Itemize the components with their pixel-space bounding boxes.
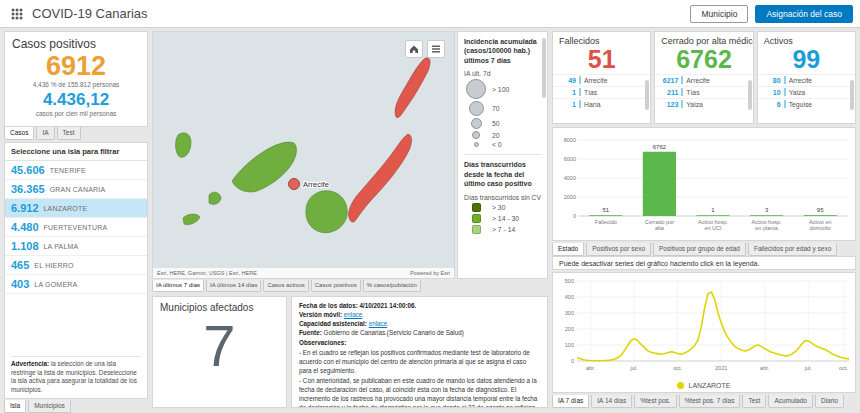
mobile-line: Versión móvil: enlace.	[299, 310, 540, 319]
island-row-gran-canaria[interactable]: 36.365GRAN CANARIA	[5, 180, 147, 199]
svg-text:95: 95	[817, 207, 824, 213]
svg-text:6762: 6762	[653, 144, 667, 150]
stat-row[interactable]: 6217Arrecife	[655, 74, 752, 86]
stat-row[interactable]: 1Haría	[553, 98, 650, 110]
stat-row[interactable]: 49Arrecife	[553, 74, 650, 86]
legend-class-item: > 30	[464, 203, 542, 212]
series-note: Puede desactivar series del gráfico haci…	[553, 257, 855, 270]
tab-positivos-por-grupo-de-edad[interactable]: Positivos por grupo de edad	[653, 243, 746, 256]
estado-chart-panel: 0200040006000800051Fallecido6762Cerrado …	[552, 127, 856, 241]
stat-row-value: 1	[558, 101, 576, 108]
assign-case-button[interactable]: Asignación del caso	[755, 5, 853, 23]
island-warning: Advertencia: la selección de una isla re…	[11, 356, 141, 395]
island-name: LA PALMA	[44, 243, 79, 250]
island-row-fuerteventura[interactable]: 4.480FUERTEVENTURA	[5, 218, 147, 237]
map-controls	[405, 40, 445, 58]
legend-icon	[430, 43, 442, 55]
tab-test-pos[interactable]: %test pos.	[634, 395, 676, 408]
tab-test[interactable]: Test	[742, 395, 766, 408]
tab-ia-ltimos-14-d-as[interactable]: IA últimos 14 días	[206, 280, 261, 292]
capacity-link[interactable]: enlace	[369, 320, 388, 327]
stat-row[interactable]: 1Tías	[553, 86, 650, 98]
tab-fallecidos-por-edad-y-sexo[interactable]: Fallecidos por edad y sexo	[748, 243, 837, 256]
legend-scrollbar[interactable]	[542, 38, 546, 98]
legend-size-circle	[469, 101, 484, 116]
legend-size-item: > 100	[464, 79, 542, 99]
legend-size-label: 20	[492, 132, 500, 139]
map-panel[interactable]: Arrecife Esri, HERE, Garmin, USGS | Esri…	[152, 31, 455, 279]
stat-row[interactable]: 211Tías	[655, 86, 752, 98]
svg-text:0: 0	[573, 213, 576, 219]
svg-text:400: 400	[565, 294, 574, 300]
stat-row-value: 1	[558, 89, 576, 96]
stat-panel-activos: Activos9980Arrecife10Yaiza6Teguise	[757, 31, 856, 124]
legend-size-circle	[471, 118, 482, 129]
mobile-link[interactable]: enlace	[344, 311, 363, 318]
municipio-button[interactable]: Municipio	[690, 5, 748, 23]
stat-title: Activos	[758, 32, 855, 46]
island-row-la-gomera[interactable]: 403LA GOMERA	[5, 275, 147, 294]
legend-class-swatch	[472, 214, 481, 223]
stat-scrollbar[interactable]	[850, 80, 854, 110]
positive-cases-panel: Casos positivos 6912 4,436 % de 155.812 …	[4, 31, 148, 127]
stat-row-value: 10	[763, 89, 781, 96]
svg-text:abr.: abr.	[760, 365, 770, 371]
app-title: COVID-19 Canarias	[32, 6, 148, 21]
tab-estado[interactable]: Estado	[552, 243, 584, 256]
stat-row[interactable]: 10Yaiza	[758, 86, 855, 98]
stat-scrollbar[interactable]	[645, 80, 649, 110]
stat-row-name: Arrecife	[584, 77, 607, 84]
stat-row[interactable]: 123Yaiza	[655, 98, 752, 110]
ia7-line-chart: abr.jul.oct.2021abr.jul.oct.010020030040…	[553, 273, 855, 375]
default-extent-button[interactable]	[405, 40, 423, 58]
stat-row[interactable]: 80Arrecife	[758, 74, 855, 86]
island-name: EL HIERRO	[34, 262, 73, 269]
positive-cases-rate-caption: casos por cien mil personas	[5, 110, 147, 117]
island-count: 465	[11, 259, 29, 271]
legend-button[interactable]	[427, 40, 445, 58]
svg-text:500: 500	[565, 278, 574, 284]
stat-panels: Fallecidos5149Arrecife1Tías1HaríaCerrado…	[552, 31, 856, 124]
legend-class-label: > 7 - 14	[492, 226, 515, 233]
tab-positivos-por-sexo[interactable]: Positivos por sexo	[586, 243, 651, 256]
stat-row-name: Yaiza	[789, 89, 806, 96]
legend-size-item: < 0	[464, 141, 542, 148]
arrecife-ia-bubble[interactable]	[289, 179, 300, 190]
line-chart-legend[interactable]: LANZAROTE	[553, 382, 855, 389]
stat-row-divider	[784, 76, 786, 84]
mobile-label: Versión móvil:	[299, 311, 342, 318]
island-row-lanzarote[interactable]: 6.912LANZAROTE	[5, 199, 147, 218]
tab-casos-activos[interactable]: Casos activos	[263, 280, 308, 292]
tab-test[interactable]: Test	[57, 127, 81, 140]
island-gran-canaria[interactable]	[306, 191, 347, 233]
tab-ia[interactable]: IA	[36, 127, 54, 140]
tab-ia-ltimos-7-d-as[interactable]: IA últimos 7 días	[152, 280, 204, 292]
tab-acumulado[interactable]: Acumulado	[768, 395, 813, 408]
tab-casos[interactable]: Casos	[4, 127, 34, 140]
island-row-el-hierro[interactable]: 465EL HIERRO	[5, 256, 147, 275]
stat-row[interactable]: 6Teguise	[758, 98, 855, 110]
island-name: LANZAROTE	[44, 205, 88, 212]
island-tab-strip: IslaMunicipios	[4, 400, 71, 413]
tab-ia-7-d-as[interactable]: IA 7 días	[552, 395, 589, 408]
tab-casos-poblaci-n[interactable]: % casos/población	[363, 280, 421, 292]
stat-scrollbar[interactable]	[748, 80, 752, 110]
island-row-tenerife[interactable]: 45.606TENERIFE	[5, 161, 147, 180]
tab-test-pos-7-d-as[interactable]: %test pos. 7 días	[679, 395, 741, 408]
svg-text:1: 1	[711, 207, 715, 213]
stat-row-divider	[681, 100, 683, 108]
tab-diario[interactable]: Diario	[815, 395, 844, 408]
tab-municipios[interactable]: Municipios	[28, 400, 71, 413]
stat-row-name: Haría	[584, 101, 601, 108]
stat-value: 6762	[655, 46, 752, 74]
tab-casos-positivos[interactable]: Casos positivos	[311, 280, 361, 292]
municipalities-title: Municipios afectados	[153, 297, 286, 313]
svg-text:8000: 8000	[564, 137, 576, 143]
tab-isla[interactable]: Isla	[4, 400, 26, 413]
tab-ia-14-d-as[interactable]: IA 14 días	[591, 395, 632, 408]
svg-text:Fallecido: Fallecido	[595, 219, 617, 225]
island-row-la-palma[interactable]: 1.108LA PALMA	[5, 237, 147, 256]
date-label: Fecha de los datos:	[299, 302, 358, 309]
svg-text:0: 0	[571, 358, 574, 364]
legend-size-label: 50	[492, 120, 500, 127]
